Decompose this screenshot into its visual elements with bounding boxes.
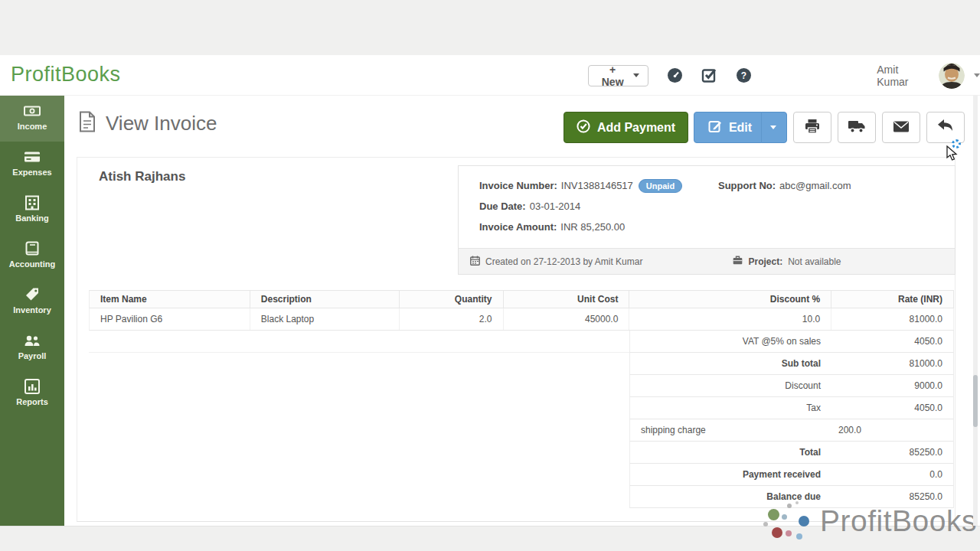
- created-info: Created on 27-12-2013 by Amit Kumar: [470, 256, 642, 268]
- column-header-description: Description: [250, 291, 400, 308]
- invoice-details-left: Invoice Number: INV1388146517 Unpaid Due…: [479, 175, 682, 237]
- delivery-button[interactable]: [838, 112, 876, 143]
- scrollbar-track[interactable]: [973, 96, 978, 526]
- quantity-cell: 2.0: [400, 308, 504, 330]
- summary-label: Tax: [629, 397, 831, 419]
- sidebar-item-accounting[interactable]: Accounting: [0, 233, 64, 279]
- edit-pencil-icon: [708, 119, 722, 136]
- invoice-details-box: Invoice Number: INV1388146517 Unpaid Due…: [458, 165, 956, 275]
- screen: ProfitBooks + New ? Amit Kumar: [0, 0, 980, 551]
- invoice-number-value: INV1388146517: [561, 180, 633, 191]
- email-button[interactable]: [882, 112, 920, 143]
- created-text: Created on 27-12-2013 by Amit Kumar: [485, 256, 642, 267]
- edit-button-main[interactable]: Edit: [696, 119, 761, 136]
- description-cell: Black Laptop: [250, 308, 400, 330]
- tag-icon: [24, 286, 41, 303]
- page-title-text: View Invoice: [106, 112, 217, 135]
- summary-row-tax: Tax 4050.0: [89, 397, 954, 419]
- edit-button-label: Edit: [729, 121, 752, 135]
- user-menu[interactable]: Amit Kumar: [877, 63, 980, 89]
- support-value: abc@gmail.com: [779, 180, 851, 191]
- print-button[interactable]: [793, 112, 831, 143]
- due-date-label: Due Date:: [479, 201, 526, 212]
- dashboard-icon[interactable]: [667, 67, 683, 83]
- unit-cost-cell: 45000.0: [504, 308, 630, 330]
- summary-label: VAT @5% on sales: [629, 331, 831, 353]
- edit-button[interactable]: Edit: [694, 112, 787, 143]
- ledger-book-icon: [24, 240, 41, 257]
- envelope-icon: [893, 120, 910, 135]
- printer-icon: [804, 119, 821, 136]
- invoice-amount-value: INR 85,250.00: [560, 221, 625, 233]
- add-payment-label: Add Payment: [597, 121, 675, 135]
- app-window: ProfitBooks + New ? Amit Kumar: [0, 55, 980, 526]
- table-row: HP Pavilion G6 Black Laptop 2.0 45000.0 …: [89, 308, 954, 331]
- chevron-down-icon: [633, 73, 639, 77]
- invoice-panel: Atish Rajhans Invoice Number: INV1388146…: [77, 157, 956, 522]
- summary-value: 85250.0: [831, 486, 954, 508]
- check-circle-icon: [577, 119, 590, 136]
- bank-icon: [24, 194, 41, 211]
- sidebar-item-label: Inventory: [13, 305, 51, 315]
- document-icon: [78, 111, 96, 135]
- support-row: Support No: abc@gmail.com: [718, 175, 851, 196]
- action-buttons: Add Payment Edit: [564, 112, 965, 143]
- topbar: ProfitBooks + New ? Amit Kumar: [0, 55, 980, 96]
- summary-value: 4050.0: [831, 331, 954, 353]
- bar-chart-icon: [24, 378, 41, 395]
- rate-cell: 81000.0: [831, 308, 954, 330]
- chevron-down-icon: [974, 73, 980, 77]
- new-button[interactable]: + New: [588, 65, 648, 86]
- banknote-icon: [24, 103, 41, 119]
- people-icon: [24, 332, 41, 349]
- sidebar-item-label: Expenses: [12, 168, 51, 177]
- back-button[interactable]: [926, 112, 965, 143]
- summary-row-discount: Discount 9000.0: [89, 375, 954, 397]
- summary-value: 200.0: [831, 419, 954, 442]
- svg-text:?: ?: [741, 70, 746, 81]
- sidebar-item-label: Accounting: [9, 259, 56, 269]
- chevron-down-icon: [770, 126, 776, 129]
- summary-label: Discount: [629, 375, 831, 397]
- letterbox-top: [0, 0, 980, 55]
- truck-icon: [848, 119, 866, 136]
- summary-row-vat: VAT @5% on sales 4050.0: [89, 331, 954, 353]
- tasks-icon[interactable]: [701, 67, 717, 83]
- sidebar-item-label: Payroll: [18, 351, 47, 360]
- invoice-amount-label: Invoice Amount:: [479, 221, 557, 233]
- sidebar-item-reports[interactable]: Reports: [0, 371, 64, 417]
- sidebar-item-payroll[interactable]: Payroll: [0, 325, 64, 371]
- summary-label: shipping charge: [629, 419, 831, 442]
- help-icon[interactable]: ?: [736, 67, 752, 83]
- undo-arrow-icon: [936, 119, 955, 136]
- project-label: Project:: [748, 256, 782, 267]
- summary-value: 4050.0: [831, 397, 954, 419]
- sidebar: Income Expenses Banking Accounting: [0, 96, 64, 526]
- sidebar-item-income[interactable]: Income: [0, 96, 64, 142]
- user-name: Amit Kumar: [877, 64, 932, 88]
- items-table: Item Name Description Quantity Unit Cost…: [89, 290, 954, 508]
- customer-name: Atish Rajhans: [99, 169, 185, 184]
- sidebar-item-expenses[interactable]: Expenses: [0, 142, 64, 187]
- summary-label: Payment received: [629, 464, 831, 486]
- scrollbar-thumb[interactable]: [973, 375, 978, 427]
- sidebar-item-banking[interactable]: Banking: [0, 187, 64, 233]
- add-payment-button[interactable]: Add Payment: [564, 112, 688, 143]
- sidebar-item-inventory[interactable]: Inventory: [0, 279, 64, 325]
- sidebar-item-label: Income: [18, 122, 47, 131]
- summary-value: 9000.0: [831, 375, 954, 397]
- avatar: [939, 63, 965, 89]
- invoice-number-row: Invoice Number: INV1388146517 Unpaid: [479, 175, 682, 196]
- summary-label: Total: [629, 442, 831, 464]
- column-header-quantity: Quantity: [400, 291, 504, 308]
- support-label: Support No:: [718, 180, 776, 191]
- summary-row-total: Total 85250.0: [89, 442, 954, 464]
- sidebar-item-label: Banking: [15, 214, 48, 223]
- invoice-box-footer: Created on 27-12-2013 by Amit Kumar Proj…: [459, 248, 955, 274]
- invoice-number-label: Invoice Number:: [479, 180, 557, 191]
- edit-dropdown-toggle[interactable]: [761, 112, 785, 143]
- summary-label: Balance due: [629, 486, 831, 508]
- briefcase-icon: [733, 256, 743, 267]
- due-date-value: 03-01-2014: [530, 201, 581, 212]
- summary-row-balance-due: Balance due 85250.0: [89, 486, 954, 508]
